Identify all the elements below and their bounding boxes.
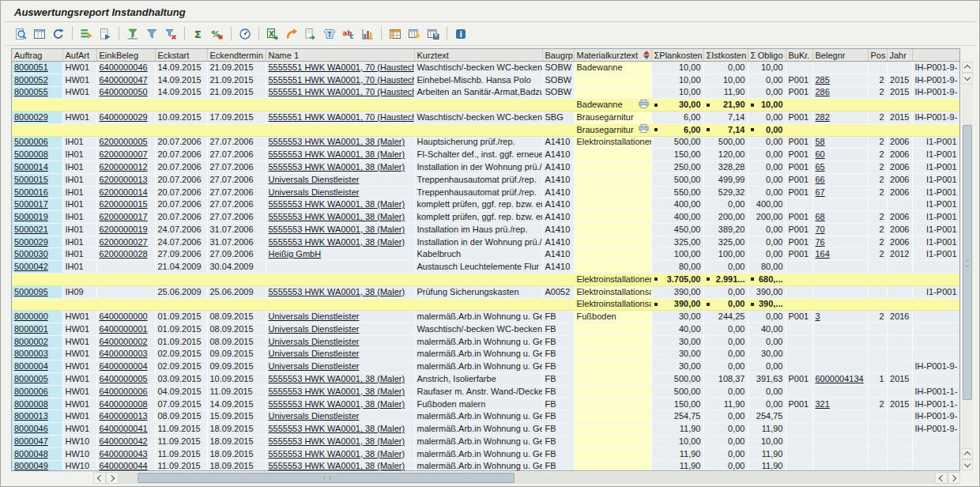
cell-auftrag[interactable]: 5000008 [12,149,62,161]
cell-bukr[interactable]: P001 [786,186,812,198]
cell-baugrp[interactable]: FB [542,435,574,447]
cell-auftrag[interactable]: 5000029 [12,236,62,248]
cell-auftrag[interactable]: 8000001 [12,323,62,336]
cell-baugrp[interactable] [542,99,574,111]
cell-aufart[interactable]: HW10 [62,447,96,460]
cell-einkbeleg[interactable]: 6200000005 [96,136,155,149]
cell-aufart[interactable]: IH01 [62,211,96,224]
cell-plankosten[interactable]: 450,00 [651,223,703,236]
auftrag-link[interactable]: 5000095 [14,287,48,296]
abc-analysis-button[interactable]: abc [340,25,357,43]
cell-eckstart[interactable]: 20.07.2006 [155,136,207,149]
col-header-kurztext[interactable]: Kurztext [414,49,542,62]
cell-name1[interactable]: 5555553 HWK WA0001, 38 (Maler) [266,285,414,298]
auftrag-link[interactable]: 8000048 [14,449,48,459]
cell-kurztext[interactable]: malermäß.Arb.in Wohnung u. Gewerbe [414,447,542,460]
name1-link[interactable]: 5555553 HWK WA0001, 38 (Maler) [269,137,405,146]
cell-bukr[interactable] [786,274,812,286]
cell-eckstart[interactable]: 24.07.2006 [155,236,207,248]
name1-link[interactable]: Universals Dienstleister [269,311,360,321]
cell-eckendtermin[interactable]: 21.09.2015 [207,86,266,99]
cell-name1[interactable]: 5555551 HWK WA0001, 70 (Haustech.) [266,74,414,86]
cell-einkbeleg[interactable]: 6400000004 [96,361,155,373]
cell-name1[interactable]: 5555553 HWK WA0001, 38 (Maler) [266,198,414,211]
cell-pos[interactable] [868,447,887,460]
cell-aufart[interactable]: HW01 [62,373,96,386]
cell-material[interactable]: Elektroinstallationsarbeiten [574,298,651,311]
cell-einkbeleg[interactable] [96,285,155,298]
cell-name1[interactable] [266,261,414,274]
cell-aufart[interactable]: IH01 [62,149,96,161]
cell-jahr[interactable]: 2006 [887,149,912,161]
cell-jahr[interactable] [887,361,912,373]
cell-obligo[interactable]: 680,... [748,274,786,286]
cell-einkbeleg[interactable]: 6200000015 [96,198,155,211]
cell-jahr[interactable]: 2006 [887,236,912,248]
cell-name1[interactable]: 5555553 HWK WA0001, 38 (Maler) [266,149,414,161]
cell-istkosten[interactable]: 2.991... [703,274,748,286]
cell-istkosten[interactable]: 100,00 [703,248,748,261]
cell-extra[interactable]: I1-P001 [912,236,959,248]
cell-bukr[interactable] [786,447,812,460]
cell-kurztext[interactable]: Austausch Leuchtelemente Flur [414,261,542,274]
cell-obligo[interactable]: 390,... [748,298,786,311]
cell-material[interactable]: Elektroinstallationen [574,136,651,149]
cell-aufart[interactable]: IH01 [62,136,96,149]
cell-material[interactable] [574,435,651,447]
cell-aufart[interactable]: HW10 [62,460,96,471]
name1-link[interactable]: Heißig GmbH [269,249,322,259]
cell-eckendtermin[interactable]: 30.04.2009 [207,261,266,274]
cell-aufart[interactable]: HW01 [62,311,96,323]
auftrag-link[interactable]: 5000017 [14,199,48,209]
cell-istkosten[interactable]: 7,14 [703,123,748,136]
cell-baugrp[interactable]: FB [542,423,574,436]
cell-auftrag[interactable]: 8000000 [12,311,62,323]
name1-link[interactable]: Universals Dienstleister [269,349,360,358]
cell-plankosten[interactable]: 390,00 [651,285,703,298]
cell-name1[interactable]: Universals Dienstleister [266,335,414,348]
cell-baugrp[interactable]: A1410 [542,186,574,198]
cell-eckstart[interactable]: 21.04.2009 [155,261,207,274]
cell-istkosten[interactable]: 0,00 [703,423,748,436]
name1-link[interactable]: 5555553 HWK WA0001, 38 (Maler) [269,387,405,396]
name1-link[interactable]: 5555551 HWK WA0001, 70 (Haustech.) [269,112,415,122]
cell-extra[interactable]: I1-P001 [912,285,959,298]
cell-aufart[interactable]: HW01 [62,348,96,361]
col-header-extra[interactable] [912,49,959,62]
cell-material[interactable]: Brausegarnitur [574,123,651,136]
word-export-button[interactable] [283,25,300,43]
cell-auftrag[interactable] [12,99,62,111]
cell-name1[interactable]: 5555551 HWK WA0001, 70 (Haustech.) [266,86,414,99]
cell-einkbeleg[interactable]: 6200000013 [96,173,155,186]
cell-auftrag[interactable]: 8000008 [12,398,62,410]
cell-obligo[interactable]: 254,75 [748,410,786,423]
cell-material[interactable] [574,460,651,471]
name1-link[interactable]: 5555553 HWK WA0001, 38 (Maler) [269,436,405,446]
cell-belegnr[interactable]: 67 [812,186,868,198]
cell-bukr[interactable] [786,423,812,436]
cell-einkbeleg[interactable]: 6400000006 [96,385,155,398]
cell-eckstart[interactable]: 01.09.2015 [155,335,207,348]
cell-material[interactable]: Fußboden [574,311,651,323]
cell-eckstart[interactable]: 27.09.2006 [155,248,207,261]
cell-bukr[interactable]: P001 [786,173,812,186]
cell-plankosten[interactable]: 10,00 [651,86,703,99]
cell-aufart[interactable]: IH01 [62,223,96,236]
cell-eckstart[interactable]: 20.07.2006 [155,186,207,198]
cell-istkosten[interactable]: 0,00 [703,198,748,211]
cell-kurztext[interactable]: malermäß.Arb.in Wohnung u. Gewerbe [414,361,542,373]
cell-bukr[interactable]: P001 [786,111,812,124]
name1-link[interactable]: 5555551 HWK WA0001, 70 (Haustech.) [269,87,415,96]
cell-istkosten[interactable]: 499,99 [703,173,748,186]
cell-plankosten[interactable]: 11,90 [651,447,703,460]
cell-eckendtermin[interactable] [207,123,266,136]
cell-extra[interactable] [912,298,959,311]
cell-pos[interactable]: 2 [868,136,887,149]
cell-jahr[interactable] [887,323,912,336]
cell-kurztext[interactable]: komplett prüfen, ggf. rep. bzw. ern. [414,198,542,211]
cell-istkosten[interactable]: 21,90 [703,99,748,111]
cell-eckstart[interactable]: 20.07.2006 [155,149,207,161]
cell-belegnr[interactable]: 66 [812,173,868,186]
cell-istkosten[interactable]: 10,00 [703,74,748,86]
cell-obligo[interactable]: 30,00 [748,348,786,361]
